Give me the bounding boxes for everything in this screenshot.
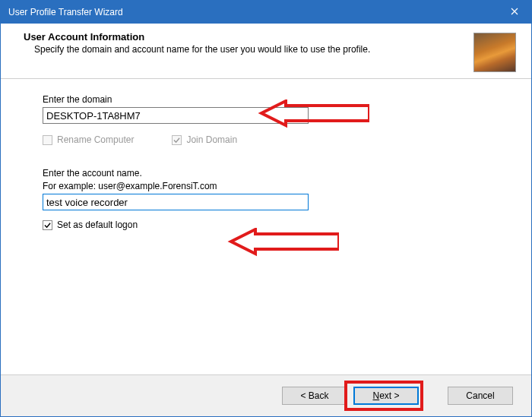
back-button-label: < Back	[300, 390, 328, 401]
domain-input[interactable]	[43, 107, 309, 124]
annotation-next-highlight	[344, 381, 423, 411]
rename-computer-label: Rename Computer	[57, 134, 134, 145]
window-title: User Profile Transfer Wizard	[8, 7, 123, 17]
wizard-header: User Account Information Specify the dom…	[1, 24, 531, 79]
account-name-input[interactable]	[43, 194, 309, 210]
wizard-body: Enter the domain Rename Computer Join Do…	[1, 79, 531, 374]
rename-computer-checkbox: Rename Computer	[43, 134, 134, 145]
account-label-line1: Enter the account name.	[43, 168, 493, 178]
check-icon	[44, 222, 51, 229]
checkbox-box	[43, 220, 52, 230]
header-title: User Account Information	[24, 31, 370, 43]
wizard-window: User Profile Transfer Wizard User Accoun…	[0, 0, 532, 417]
default-logon-checkbox[interactable]: Set as default logon	[43, 220, 138, 230]
cancel-button-label: Cancel	[466, 390, 494, 401]
annotation-arrow-account	[195, 228, 339, 258]
wizard-banner-image	[473, 33, 516, 72]
checkbox-box	[172, 135, 182, 145]
join-domain-label: Join Domain	[186, 134, 237, 145]
check-icon	[173, 137, 180, 144]
domain-label: Enter the domain	[43, 94, 493, 105]
close-icon	[511, 7, 518, 17]
default-logon-row: Set as default logon	[43, 220, 493, 231]
close-button[interactable]	[497, 1, 531, 24]
title-bar: User Profile Transfer Wizard	[1, 1, 531, 24]
default-logon-label: Set as default logon	[57, 220, 138, 230]
domain-options-row: Rename Computer Join Domain	[43, 134, 493, 145]
account-block: Enter the account name. For example: use…	[43, 168, 493, 210]
wizard-footer: < Back Next > Cancel	[1, 374, 531, 416]
header-text: User Account Information Specify the dom…	[24, 31, 370, 56]
cancel-button[interactable]: Cancel	[448, 387, 513, 405]
header-subtitle: Specify the domain and account name for …	[34, 44, 370, 56]
join-domain-checkbox: Join Domain	[172, 134, 237, 145]
back-button[interactable]: < Back	[282, 387, 347, 405]
checkbox-box	[43, 135, 52, 145]
account-label-line2: For example: user@example.ForensiT.com	[43, 181, 493, 191]
